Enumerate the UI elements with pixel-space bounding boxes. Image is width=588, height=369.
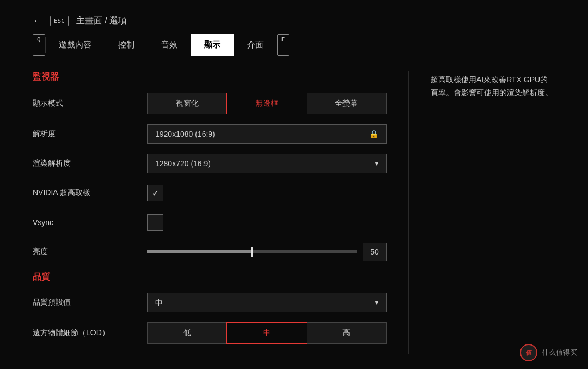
- tab-game-content[interactable]: 遊戲內容: [46, 34, 105, 56]
- tab-q-key[interactable]: Q: [33, 34, 45, 56]
- lod-high[interactable]: 高: [307, 322, 387, 344]
- control-render-resolution: 1280x720 (16:9) 1920x1080 (16:9) ▼: [147, 154, 387, 173]
- vsync-checkbox[interactable]: [147, 214, 163, 231]
- setting-row-vsync: Vsync: [33, 213, 387, 232]
- hint-text: 超高取樣使用AI來改善RTX GPU的頁率。會影響可使用的渲染解析度。: [431, 74, 555, 100]
- tab-audio[interactable]: 音效: [148, 34, 191, 56]
- label-resolution: 解析度: [33, 129, 147, 139]
- label-nvidia-dlss: NVIDIA 超高取樣: [33, 188, 147, 198]
- lock-icon: 🔒: [369, 130, 378, 138]
- control-quality-preset: 低 中 高 超高 ▼: [147, 293, 387, 312]
- lod-low[interactable]: 低: [147, 322, 226, 344]
- lod-medium[interactable]: 中: [226, 322, 307, 344]
- setting-row-resolution: 解析度 1920x1080 (16:9) 🔒: [33, 124, 387, 144]
- watermark-logo: 值: [520, 344, 537, 361]
- section-title-monitor: 監視器: [33, 71, 387, 83]
- resolution-value: 1920x1080 (16:9): [155, 130, 215, 138]
- render-resolution-wrapper: 1280x720 (16:9) 1920x1080 (16:9) ▼: [147, 154, 387, 173]
- control-resolution: 1920x1080 (16:9) 🔒: [147, 124, 387, 144]
- lod-btn-group: 低 中 高: [147, 322, 387, 344]
- setting-row-quality-preset: 品質預設值 低 中 高 超高 ▼: [33, 293, 387, 312]
- label-brightness: 亮度: [33, 247, 147, 257]
- setting-row-lod: 遠方物體細節（LOD） 低 中 高: [33, 322, 387, 344]
- section-title-quality: 品質: [33, 271, 387, 283]
- brightness-slider-track[interactable]: [147, 250, 357, 253]
- control-brightness: 50: [147, 243, 387, 261]
- quality-preset-wrapper: 低 中 高 超高 ▼: [147, 293, 387, 312]
- header: ← ESC 主畫面 / 選項: [0, 0, 588, 34]
- display-mode-windowed[interactable]: 視窗化: [147, 93, 226, 114]
- brightness-slider-fill: [147, 250, 252, 253]
- resolution-display: 1920x1080 (16:9) 🔒: [147, 124, 387, 144]
- tab-display[interactable]: 顯示: [191, 34, 234, 56]
- setting-row-display-mode: 顯示模式 視窗化 無邊框 全螢幕: [33, 93, 387, 114]
- tab-control[interactable]: 控制: [105, 34, 148, 56]
- main-layout: 監視器 顯示模式 視窗化 無邊框 全螢幕 解析度 1920x1080 (16:9…: [0, 71, 588, 354]
- setting-row-nvidia-dlss: NVIDIA 超高取樣: [33, 183, 387, 203]
- setting-row-brightness: 亮度 50: [33, 242, 387, 262]
- right-hint-panel: 超高取樣使用AI來改善RTX GPU的頁率。會影響可使用的渲染解析度。: [431, 71, 555, 354]
- control-lod: 低 中 高: [147, 322, 387, 344]
- control-display-mode: 視窗化 無邊框 全螢幕: [147, 93, 387, 114]
- brightness-value: 50: [363, 243, 387, 261]
- display-mode-btn-group: 視窗化 無邊框 全螢幕: [147, 93, 387, 114]
- brightness-slider-wrapper: 50: [147, 243, 387, 261]
- display-mode-borderless[interactable]: 無邊框: [226, 93, 307, 114]
- brightness-slider-thumb[interactable]: [251, 247, 253, 257]
- label-quality-preset: 品質預設值: [33, 298, 147, 307]
- tab-e-key[interactable]: E: [277, 34, 290, 56]
- vertical-divider: [408, 71, 409, 354]
- quality-preset-select[interactable]: 低 中 高 超高: [147, 293, 387, 312]
- label-vsync: Vsync: [33, 218, 147, 227]
- watermark-text: 什么值得买: [542, 348, 577, 358]
- nvidia-dlss-checkbox[interactable]: [147, 185, 163, 201]
- label-render-resolution: 渲染解析度: [33, 159, 147, 168]
- control-vsync: [147, 214, 387, 231]
- esc-key-badge[interactable]: ESC: [50, 16, 69, 26]
- label-lod: 遠方物體細節（LOD）: [33, 328, 147, 338]
- breadcrumb: 主畫面 / 選項: [76, 15, 127, 27]
- settings-panel: 監視器 顯示模式 視窗化 無邊框 全螢幕 解析度 1920x1080 (16:9…: [33, 71, 387, 354]
- control-nvidia-dlss: [147, 185, 387, 201]
- tab-interface[interactable]: 介面: [234, 34, 277, 56]
- setting-row-render-resolution: 渲染解析度 1280x720 (16:9) 1920x1080 (16:9) ▼: [33, 154, 387, 173]
- nav-tabs: Q 遊戲內容 控制 音效 顯示 介面 E: [0, 34, 588, 56]
- display-mode-fullscreen[interactable]: 全螢幕: [307, 93, 387, 114]
- back-arrow-icon[interactable]: ←: [33, 15, 42, 27]
- render-resolution-select[interactable]: 1280x720 (16:9) 1920x1080 (16:9): [147, 154, 387, 173]
- watermark: 值 什么值得买: [520, 344, 577, 361]
- label-display-mode: 顯示模式: [33, 99, 147, 108]
